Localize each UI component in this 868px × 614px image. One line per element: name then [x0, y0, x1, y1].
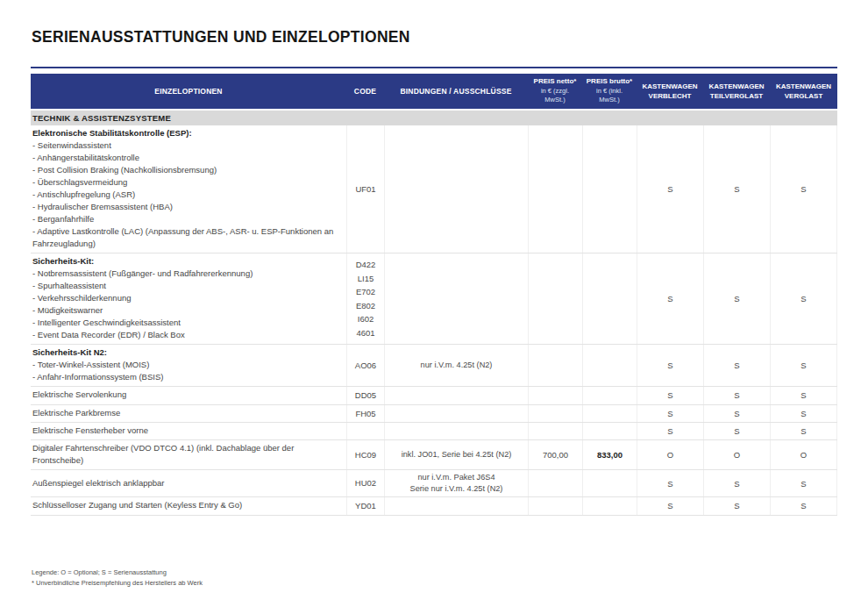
- price-net-cell: [528, 125, 582, 253]
- binding-line: nur i.V.m. 4.25t (N2): [421, 360, 493, 371]
- code-cell: HU02: [346, 470, 384, 496]
- option-title: Außenspiegel elektrisch anklappbar: [32, 477, 338, 489]
- table-row: Schlüsselloser Zugang und Starten (Keyle…: [31, 497, 837, 516]
- table-row: Elektronische Stabilitätskontrolle (ESP)…: [31, 125, 837, 253]
- bindings-cell: [384, 423, 528, 439]
- code-value: HU02: [355, 476, 376, 490]
- col-header-kastenwagen-teilverglast: KASTENWAGEN TEILVERGLAST: [703, 74, 770, 109]
- mark-verglast: S: [770, 387, 837, 404]
- table-row: Sicherheits-Kit N2:- Toter-Winkel-Assist…: [31, 345, 837, 387]
- option-item: - Verkehrsschilderkennung: [32, 292, 338, 304]
- code-value: UF01: [355, 182, 375, 196]
- option-cell: Digitaler Fahrtenschreiber (VDO DTCO 4.1…: [31, 440, 346, 469]
- mark-verglast: O: [770, 440, 837, 469]
- code-value: E702: [356, 285, 375, 299]
- price-gross-cell: [582, 405, 637, 423]
- code-value: FH05: [355, 407, 375, 421]
- code-value: DD05: [355, 389, 376, 403]
- binding-line: Serie nur i.V.m. 4.25t (N2): [410, 483, 503, 495]
- table-row: Außenspiegel elektrisch anklappbarHU02nu…: [31, 470, 837, 497]
- bindings-cell: [384, 497, 528, 515]
- mark-teilverglast: S: [703, 125, 770, 253]
- col-header-code: CODE: [346, 74, 384, 109]
- price-net-cell: 700,00: [528, 440, 582, 469]
- option-cell: Schlüsselloser Zugang und Starten (Keyle…: [31, 497, 346, 515]
- code-value: LI15: [358, 272, 374, 286]
- code-value: AO06: [355, 359, 376, 373]
- legend-line: * Unverbindliche Preisempfehlung des Her…: [32, 578, 203, 589]
- option-title: Digitaler Fahrtenschreiber (VDO DTCO 4.1…: [32, 442, 338, 467]
- col-header-kastenwagen-verblecht: KASTENWAGEN VERBLECHT: [637, 74, 703, 109]
- mark-verblecht: S: [637, 253, 703, 344]
- price-gross-cell: [582, 497, 637, 515]
- mark-teilverglast: S: [703, 253, 770, 344]
- bindings-cell: inkl. JO01, Serie bei 4.25t (N2): [384, 440, 528, 469]
- price-net-cell: [528, 423, 582, 439]
- price-net-cell: [528, 253, 582, 344]
- bindings-cell: [384, 253, 528, 344]
- table-row: Sicherheits-Kit:- Notbremsassistent (Fuß…: [31, 253, 837, 345]
- code-value: HC09: [355, 448, 376, 462]
- option-title: Sicherheits-Kit N2:: [32, 346, 338, 359]
- mark-teilverglast: S: [703, 423, 770, 439]
- option-title: Schlüsselloser Zugang und Starten (Keyle…: [32, 499, 338, 511]
- option-item: - Post Collision Braking (Nachkollisions…: [32, 164, 338, 176]
- mark-verblecht: O: [637, 440, 703, 469]
- price-gross-value: 833,00: [597, 450, 623, 460]
- price-net-cell: [528, 387, 582, 404]
- table-row: Digitaler Fahrtenschreiber (VDO DTCO 4.1…: [31, 440, 837, 470]
- price-net-cell: [528, 405, 582, 423]
- price-gross-cell: [582, 125, 637, 253]
- option-cell: Sicherheits-Kit N2:- Toter-Winkel-Assist…: [31, 345, 346, 386]
- page-title: SERIENAUSSTATTUNGEN UND EINZELOPTIONEN: [32, 28, 410, 46]
- option-item: - Hydraulischer Bremsassistent (HBA): [32, 201, 338, 213]
- option-item: - Event Data Recorder (EDR) / Black Box: [32, 329, 338, 341]
- code-cell: FH05: [346, 405, 384, 423]
- code-value: I602: [358, 312, 374, 326]
- section-header: TECHNIK & ASSISTENZSYSTEME: [31, 111, 837, 125]
- mark-verblecht: S: [637, 387, 703, 404]
- mark-verblecht: S: [637, 497, 703, 515]
- price-net-cell: [528, 497, 582, 515]
- mark-teilverglast: S: [703, 387, 770, 404]
- mark-verglast: S: [770, 405, 837, 423]
- mark-teilverglast: S: [703, 405, 770, 423]
- option-cell: Elektronische Stabilitätskontrolle (ESP)…: [31, 125, 346, 253]
- col-header-preis-brutto: PREIS brutto* in € (inkl. MwSt.): [582, 74, 637, 109]
- price-list-page: SERIENAUSSTATTUNGEN UND EINZELOPTIONEN E…: [0, 0, 868, 614]
- price-gross-cell: 833,00: [582, 440, 637, 469]
- code-cell: UF01: [346, 125, 384, 253]
- price-net-value: 700,00: [543, 450, 568, 460]
- option-item: - Überschlagsvermeidung: [32, 176, 338, 189]
- col-header-preis-netto: PREIS netto* in € (zzgl. MwSt.): [528, 74, 582, 109]
- code-cell: DD05: [346, 387, 384, 404]
- col-header-kastenwagen-verglast: KASTENWAGEN VERGLAST: [770, 74, 837, 109]
- code-value: D422: [356, 258, 376, 272]
- bindings-cell: [384, 387, 528, 404]
- option-cell: Elektrische Servolenkung: [31, 387, 346, 404]
- option-item: - Intelligenter Geschwindigkeitsassisten…: [32, 317, 338, 329]
- option-item: - Berganfahrhilfe: [32, 213, 338, 225]
- table-row: Elektrische ParkbremseFH05SSS: [31, 405, 837, 424]
- table-body: Elektronische Stabilitätskontrolle (ESP)…: [31, 125, 837, 516]
- price-gross-cell: [582, 470, 637, 496]
- code-value: YD01: [355, 499, 376, 513]
- option-item: - Müdigkeitswarner: [32, 304, 338, 317]
- mark-teilverglast: S: [703, 470, 770, 496]
- bindings-cell: [384, 125, 528, 253]
- table-row: Elektrische Fensterheber vorneSSS: [31, 423, 837, 440]
- mark-verblecht: S: [637, 345, 703, 386]
- mark-verglast: S: [770, 470, 837, 496]
- option-item: - Anhängerstabilitätskontrolle: [32, 152, 338, 164]
- option-cell: Außenspiegel elektrisch anklappbar: [31, 470, 346, 496]
- code-cell: YD01: [346, 497, 384, 515]
- option-item: - Notbremsassistent (Fußgänger- und Radf…: [32, 268, 338, 280]
- mark-verglast: S: [770, 345, 837, 386]
- mark-verglast: S: [770, 423, 837, 439]
- price-gross-cell: [582, 387, 637, 404]
- code-cell: [346, 423, 384, 439]
- option-cell: Elektrische Parkbremse: [31, 405, 346, 423]
- option-item: - Spurhalteassistent: [32, 280, 338, 292]
- price-gross-cell: [582, 253, 637, 344]
- code-cell: D422LI15E702E802I6024601: [346, 253, 384, 344]
